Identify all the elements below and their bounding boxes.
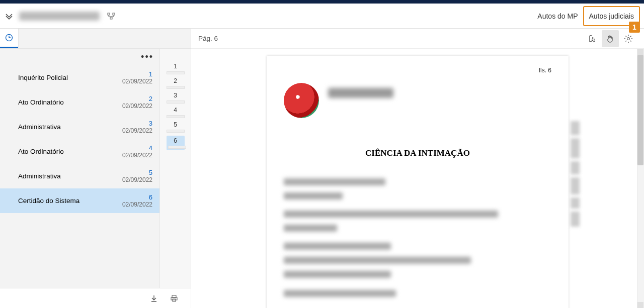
text-select-tool[interactable] <box>584 30 601 47</box>
print-icon[interactable] <box>170 294 179 303</box>
redacted-line <box>284 192 343 199</box>
doc-item-page: 3 <box>122 120 152 127</box>
doc-item-title: Inquérito Policial <box>18 74 68 81</box>
left-tabstrip <box>0 29 191 49</box>
scroll-up-icon[interactable] <box>637 49 643 55</box>
svg-rect-0 <box>108 13 110 15</box>
scroll-thumb[interactable] <box>637 55 643 165</box>
page-thumb[interactable]: 1 <box>167 63 185 74</box>
page-thumb[interactable]: 3 <box>167 92 185 104</box>
tab-autos-mp[interactable]: Autos do MP <box>532 4 583 28</box>
redacted-line <box>284 178 385 185</box>
doc-item-date: 02/09/2022 <box>122 201 152 208</box>
page-thumb[interactable]: 4 <box>167 107 185 118</box>
page-thumb[interactable]: 2 <box>167 77 185 89</box>
doc-item-page: 2 <box>122 95 152 102</box>
svg-point-7 <box>627 37 630 40</box>
doc-item-date: 02/09/2022 <box>122 127 152 134</box>
doc-item-title: Ato Ordinatório <box>18 98 64 106</box>
doc-item-title: Certidão do Sistema <box>18 197 79 204</box>
doc-item[interactable]: Certidão do Sistema 6 02/09/2022 <box>0 188 159 213</box>
doc-item-date: 02/09/2022 <box>122 78 152 85</box>
state-crest-icon <box>284 83 319 118</box>
more-menu[interactable]: ••• <box>0 49 159 65</box>
doc-item-title: Administrativa <box>18 123 61 131</box>
document-list: ••• Inquérito Policial 1 02/09/2022 Ato … <box>0 49 159 288</box>
document-viewer: Pág. 6 fls. 6 CIÊNCIA DA INTIMAÇÃO <box>191 29 644 308</box>
doc-item-title: Administrativa <box>18 172 61 180</box>
doc-item-page: 5 <box>122 169 152 176</box>
viewer-toolbar: Pág. 6 <box>191 29 644 49</box>
viewer-canvas[interactable]: fls. 6 CIÊNCIA DA INTIMAÇÃO <box>191 49 644 308</box>
svg-rect-2 <box>110 17 112 19</box>
callout-badge: 1 <box>629 22 640 33</box>
doc-item[interactable]: Ato Ordinatório 4 02/09/2022 <box>0 139 159 164</box>
left-panel: ••• Inquérito Policial 1 02/09/2022 Ato … <box>0 29 191 308</box>
doc-item[interactable]: Administrativa 3 02/09/2022 <box>0 115 159 139</box>
doc-item-page: 1 <box>122 70 152 78</box>
download-icon[interactable] <box>149 294 158 303</box>
redacted-line <box>284 290 396 297</box>
page-side-marks <box>571 121 580 227</box>
svg-rect-1 <box>113 13 115 15</box>
doc-item-title: Ato Ordinatório <box>18 148 64 155</box>
doc-item-date: 02/09/2022 <box>122 102 152 110</box>
left-footer <box>0 288 191 308</box>
redacted-line <box>284 225 337 232</box>
left-tab-spacer <box>18 29 191 48</box>
redacted-line <box>284 257 471 264</box>
page-thumb[interactable]: 5 <box>167 121 185 133</box>
collapse-toggle[interactable] <box>4 11 14 21</box>
process-tree-icon[interactable] <box>107 12 116 21</box>
doc-item[interactable]: Administrativa 5 02/09/2022 <box>0 164 159 188</box>
folio-label: fls. 6 <box>539 67 551 74</box>
doc-item[interactable]: Inquérito Policial 1 02/09/2022 <box>0 65 159 90</box>
redacted-line <box>284 243 391 250</box>
case-header: Autos do MP Autos judiciais 1 <box>0 4 644 29</box>
autos-tabs: Autos do MP Autos judiciais 1 <box>532 4 640 28</box>
viewer-scrollbar[interactable] <box>637 49 644 308</box>
redacted-line <box>284 211 498 218</box>
doc-item-page: 4 <box>122 144 152 152</box>
settings-gear-icon[interactable] <box>620 30 637 47</box>
page-indicator: Pág. 6 <box>198 35 218 42</box>
hand-pan-tool[interactable] <box>602 30 619 47</box>
case-title-redacted <box>19 12 100 21</box>
page-thumbnail-strip: 1 2 3 4 5 6 <box>159 49 191 288</box>
document-title: CIÊNCIA DA INTIMAÇÃO <box>284 148 551 158</box>
document-page: fls. 6 CIÊNCIA DA INTIMAÇÃO <box>267 56 569 308</box>
redacted-line <box>284 271 391 278</box>
doc-item-date: 02/09/2022 <box>122 176 152 183</box>
doc-item-date: 02/09/2022 <box>122 152 152 159</box>
letterhead-redacted <box>328 88 393 98</box>
svg-rect-4 <box>172 295 176 297</box>
tab-autos-judiciais-label: Autos judiciais <box>589 12 634 20</box>
page-thumb[interactable]: 6 <box>167 136 185 150</box>
scroll-down-icon[interactable] <box>637 302 643 308</box>
tab-autos-judiciais[interactable]: Autos judiciais 1 <box>583 6 640 26</box>
doc-item-page: 6 <box>122 193 152 201</box>
window-top-strip <box>0 0 644 4</box>
doc-item[interactable]: Ato Ordinatório 2 02/09/2022 <box>0 90 159 115</box>
history-tab[interactable] <box>0 29 18 48</box>
